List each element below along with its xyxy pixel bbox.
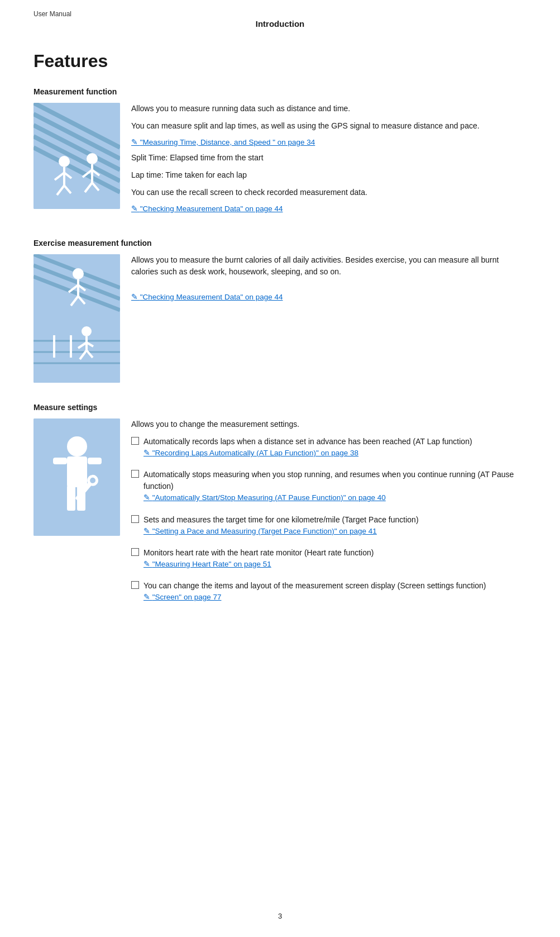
page-title: Introduction [256,19,304,28]
section-content-settings: Allows you to change the measurement set… [33,418,527,613]
page-container: User Manual Introduction Features Measur… [0,0,560,937]
section-content-exercise: Allows you to measure the burnt calories… [33,254,527,383]
bullet-link-1[interactable]: "Automatically Start/Stop Measuring (AT … [143,492,527,503]
svg-rect-34 [70,335,72,358]
section-text-measurement: Allows you to measure running data such … [131,103,527,218]
svg-rect-43 [67,456,87,487]
svg-rect-29 [33,318,120,383]
page-title-section: Introduction [33,19,527,28]
page-number: 3 [0,912,560,920]
exercise-para: Allows you to measure the burnt calories… [131,254,527,278]
section-measurement: Measurement function [33,87,527,218]
bullet-content-4: You can change the items and layout of t… [143,580,527,608]
bullet-item-0: Automatically records laps when a distan… [131,436,527,464]
section-title-exercise: Exercise measurement function [33,239,527,248]
section-title-measurement: Measurement function [33,87,527,96]
bullet-item-2: Sets and measures the target time for on… [131,514,527,543]
checkbox-0 [131,437,139,445]
bullet-link-2[interactable]: "Setting a Pace and Measuring (Target Pa… [143,526,527,537]
svg-point-12 [87,153,98,164]
measurement-link1[interactable]: "Measuring Time, Distance, and Speed " o… [131,137,527,146]
section-exercise: Exercise measurement function [33,239,527,383]
svg-point-35 [82,326,92,336]
checkbox-3 [131,548,139,556]
measurement-image [33,103,120,209]
svg-point-42 [67,436,87,456]
svg-rect-44 [67,486,75,511]
settings-bullets: Automatically records laps when a distan… [131,436,527,608]
header-label: User Manual [33,10,527,18]
bullet-content-2: Sets and measures the target time for on… [143,514,527,543]
svg-rect-47 [88,458,102,464]
section-settings: Measure settings [33,403,527,613]
bullet-text-1: Automatically stops measuring when you s… [143,470,514,491]
svg-point-6 [59,156,70,167]
section-title-settings: Measure settings [33,403,527,412]
bullet-item-1: Automatically stops measuring when you s… [131,469,527,509]
bullet-link-4[interactable]: "Screen" on page 77 [143,592,527,603]
settings-intro: Allows you to change the measurement set… [131,418,527,430]
bullet-item-4: You can change the items and layout of t… [131,580,527,608]
bullet-link-0[interactable]: "Recording Laps Automatically (AT Lap Fu… [143,448,527,459]
features-heading: Features [33,51,527,72]
checkbox-4 [131,581,139,589]
measurement-para1: Allows you to measure running data such … [131,103,527,115]
measurement-lap: Lap time: Time taken for each lap [131,169,527,181]
bullet-text-3: Monitors heart rate with the heart rate … [143,548,374,557]
measurement-split: Split Time: Elapsed time from the start [131,152,527,164]
bullet-content-1: Automatically stops measuring when you s… [143,469,527,509]
bullet-text-0: Automatically records laps when a distan… [143,437,472,446]
section-text-settings: Allows you to change the measurement set… [131,418,527,613]
bullet-content-0: Automatically records laps when a distan… [143,436,527,464]
bullet-item-3: Monitors heart rate with the heart rate … [131,547,527,575]
checkbox-2 [131,515,139,523]
svg-point-23 [73,268,84,279]
bullet-text-2: Sets and measures the target time for on… [143,515,419,524]
exercise-image [33,254,120,383]
measurement-para2: You can measure split and lap times, as … [131,120,527,132]
exercise-link[interactable]: "Checking Measurement Data" on page 44 [131,292,527,301]
measurement-para3: You can use the recall screen to check r… [131,187,527,198]
section-text-exercise: Allows you to measure the burnt calories… [131,254,527,307]
measurement-link2[interactable]: "Checking Measurement Data" on page 44 [131,204,527,213]
bullet-link-3[interactable]: "Measuring Heart Rate" on page 51 [143,559,527,570]
svg-rect-33 [53,335,55,358]
checkbox-1 [131,470,139,478]
bullet-text-4: You can change the items and layout of t… [143,581,486,590]
svg-rect-46 [53,458,67,464]
section-content-measurement: Allows you to measure running data such … [33,103,527,218]
bullet-content-3: Monitors heart rate with the heart rate … [143,547,527,575]
settings-image [33,418,120,536]
